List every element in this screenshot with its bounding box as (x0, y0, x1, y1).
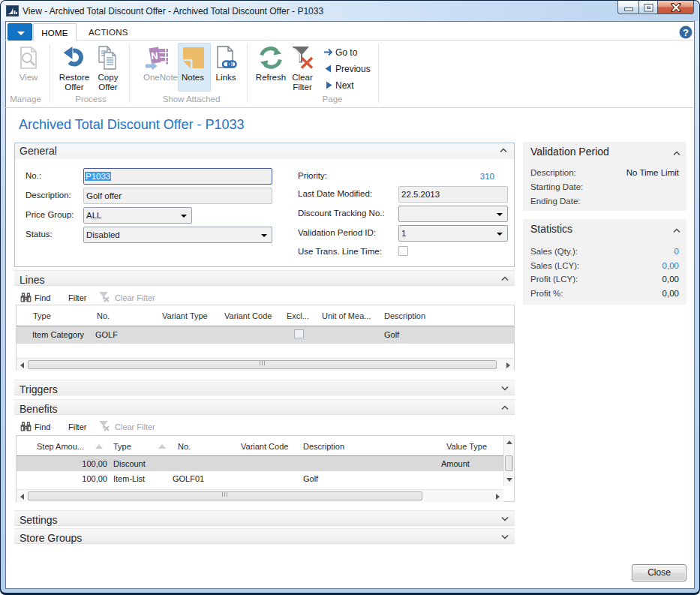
svg-text:?: ? (683, 27, 689, 38)
svg-text:N: N (151, 50, 158, 62)
